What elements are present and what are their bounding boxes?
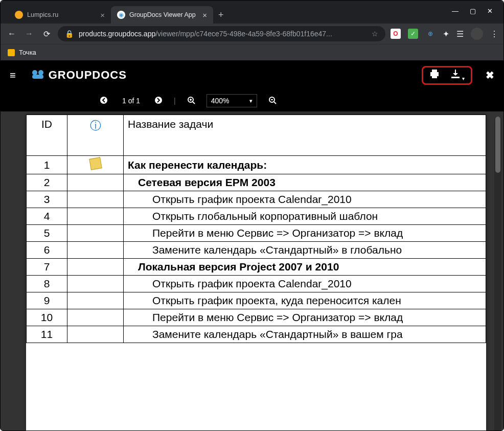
- last-page-icon[interactable]: [152, 96, 165, 106]
- forward-button[interactable]: →: [23, 29, 35, 38]
- tab-groupdocs[interactable]: ◉ GroupDocs Viewer App ×: [111, 6, 213, 24]
- svg-rect-6: [451, 77, 460, 78]
- row-id: 5: [27, 225, 67, 242]
- star-icon[interactable]: ☆: [372, 30, 378, 38]
- row-icon-cell: [67, 191, 124, 208]
- row-icon-cell: [67, 174, 124, 191]
- first-page-icon[interactable]: [98, 96, 110, 106]
- row-icon-cell: [67, 242, 124, 259]
- highlighted-actions: ▾: [422, 66, 472, 85]
- logo-text: GROUPDOCS: [49, 69, 127, 82]
- document-viewport[interactable]: ID ⓘ Название задачи 1Как перенести кале…: [1, 111, 503, 431]
- row-task: Открыть график проекта Calendar_2010: [124, 191, 486, 208]
- svg-rect-3: [432, 70, 437, 72]
- table-header-row: ID ⓘ Название задачи: [27, 115, 486, 156]
- close-icon[interactable]: ✕: [487, 7, 493, 15]
- svg-rect-2: [32, 75, 43, 79]
- tab-label: GroupDocs Viewer App: [129, 11, 196, 18]
- info-icon: ⓘ: [90, 118, 101, 133]
- row-id: 2: [27, 174, 67, 191]
- header-id: ID: [27, 115, 67, 156]
- download-icon[interactable]: ▾: [451, 70, 465, 81]
- favicon-groupdocs: ◉: [117, 11, 125, 19]
- row-task: Открыть график проекта Calendar_2010: [124, 276, 486, 292]
- back-button[interactable]: ←: [6, 29, 18, 38]
- row-task: Локальная версия Project 2007 и 2010: [124, 259, 486, 276]
- row-id: 8: [27, 276, 67, 292]
- maximize-icon[interactable]: ▢: [470, 7, 476, 15]
- svg-line-14: [274, 102, 276, 104]
- table-row: 6Замените календарь «Стандартный» в глоб…: [27, 242, 486, 259]
- check-icon[interactable]: ✓: [408, 29, 418, 39]
- header-icon: ⓘ: [67, 115, 124, 156]
- row-task: Открыть глобальный корпоративный шаблон: [124, 208, 486, 225]
- row-id: 1: [27, 156, 67, 174]
- row-icon-cell: [67, 276, 124, 292]
- extensions-icon[interactable]: ✦: [443, 29, 449, 39]
- groupdocs-app: ≡ GROUPDOCS ▾ ✖ 1 of 1 |: [1, 60, 503, 431]
- favicon-lumpics: [15, 11, 23, 19]
- document-page: ID ⓘ Название задачи 1Как перенести кале…: [26, 115, 486, 431]
- row-id: 7: [27, 259, 67, 276]
- extension-icons: O ✓ ⊕ ✦ ☰ ⋮: [391, 28, 498, 40]
- row-id: 11: [27, 326, 67, 343]
- lock-icon: 🔒: [65, 30, 74, 38]
- hamburger-icon[interactable]: ≡: [10, 70, 16, 81]
- vertical-scrollbar[interactable]: [494, 117, 501, 431]
- zoom-select[interactable]: 400% ▾: [207, 94, 258, 107]
- minimize-icon[interactable]: —: [452, 7, 459, 15]
- menu-icon[interactable]: ⋮: [490, 29, 498, 39]
- print-icon[interactable]: [429, 70, 440, 81]
- row-task: Сетевая версия EPM 2003: [124, 174, 486, 191]
- table-row: 3Открыть график проекта Calendar_2010: [27, 191, 486, 208]
- svg-rect-5: [432, 75, 437, 78]
- opera-icon[interactable]: O: [391, 29, 401, 39]
- reload-button[interactable]: ⟳: [40, 29, 53, 39]
- zoom-value: 400%: [211, 97, 230, 105]
- chevron-down-icon: ▾: [249, 98, 253, 104]
- new-tab-button[interactable]: +: [213, 7, 229, 24]
- bookmark-folder-icon: [8, 49, 15, 56]
- window-controls: — ▢ ✕: [441, 0, 504, 22]
- profile-avatar[interactable]: [471, 28, 483, 40]
- table-row: 11Замените календарь «Стандартный» в ваш…: [27, 326, 486, 343]
- header-actions: ▾ ✖: [422, 66, 494, 85]
- svg-point-7: [100, 97, 107, 104]
- svg-point-0: [32, 70, 37, 75]
- url-text: products.groupdocs.app/viewer/mpp/c74ece…: [79, 30, 332, 38]
- row-task: Открыть график проекта, куда переносится…: [124, 292, 486, 309]
- row-icon-cell: [67, 326, 124, 343]
- viewer-toolbar: 1 of 1 | 400% ▾: [1, 90, 503, 111]
- zoom-out-icon[interactable]: [266, 96, 279, 106]
- table-row: 9Открыть график проекта, куда переноситс…: [27, 292, 486, 309]
- svg-point-8: [155, 97, 162, 104]
- row-icon-cell: [67, 309, 124, 326]
- tab-lumpics[interactable]: Lumpics.ru ×: [9, 6, 111, 24]
- row-id: 9: [27, 292, 67, 309]
- svg-point-1: [38, 70, 43, 75]
- browser-tabs: Lumpics.ru × ◉ GroupDocs Viewer App × +: [5, 1, 229, 24]
- row-icon-cell: [67, 259, 124, 276]
- project-table: ID ⓘ Название задачи 1Как перенести кале…: [26, 115, 486, 343]
- table-row: 1Как перенести календарь:: [27, 156, 486, 174]
- tab-label: Lumpics.ru: [27, 11, 58, 18]
- close-app-icon[interactable]: ✖: [486, 69, 494, 81]
- globe-icon[interactable]: ⊕: [425, 29, 436, 39]
- zoom-in-icon[interactable]: [185, 96, 197, 106]
- app-header: ≡ GROUPDOCS ▾ ✖: [1, 60, 503, 90]
- row-task: Перейти в меню Сервис => Организатор => …: [124, 309, 486, 326]
- row-id: 3: [27, 191, 67, 208]
- page-info: 1 of 1: [119, 97, 143, 105]
- table-row: 8Открыть график проекта Calendar_2010: [27, 276, 486, 292]
- close-icon[interactable]: ×: [202, 11, 207, 19]
- row-id: 10: [27, 309, 67, 326]
- bookmark-bar: Точка: [1, 44, 503, 60]
- header-task: Название задачи: [124, 115, 486, 156]
- row-icon-cell: [67, 156, 124, 174]
- table-row: 5Перейти в меню Сервис => Организатор =>…: [27, 225, 486, 242]
- url-field[interactable]: 🔒 products.groupdocs.app/viewer/mpp/c74e…: [58, 26, 385, 41]
- table-row: 10Перейти в меню Сервис => Организатор =…: [27, 309, 486, 326]
- bookmark-item[interactable]: Точка: [19, 49, 36, 56]
- reading-list-icon[interactable]: ☰: [456, 29, 464, 39]
- close-icon[interactable]: ×: [100, 11, 105, 19]
